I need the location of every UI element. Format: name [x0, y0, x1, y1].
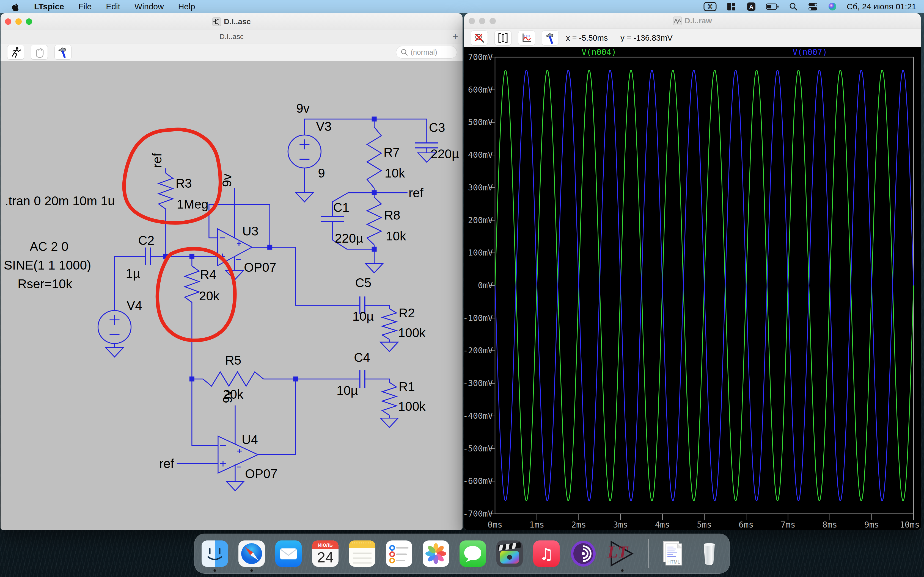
pan-button[interactable] — [31, 45, 48, 60]
dock-photos[interactable] — [423, 540, 449, 567]
label-c3[interactable]: C3 — [429, 120, 445, 135]
capacitor-c1[interactable] — [321, 217, 344, 222]
dock-reminders[interactable] — [386, 540, 412, 567]
label-v4[interactable]: V4 — [127, 298, 142, 313]
spotlight-icon[interactable] — [789, 2, 798, 11]
dock-tor-browser[interactable] — [570, 540, 596, 567]
value-v3[interactable]: 9 — [318, 166, 325, 180]
value-c4[interactable]: 10µ — [337, 383, 358, 398]
battery-icon[interactable] — [766, 3, 779, 10]
titlebar-left[interactable]: D.I..asc — [0, 13, 462, 30]
label-r7[interactable]: R7 — [384, 145, 400, 160]
capacitor-c4[interactable] — [360, 370, 365, 388]
apple-menu[interactable] — [11, 2, 20, 11]
net-label-9v-v3[interactable]: 9v — [296, 101, 310, 115]
svg-text:A: A — [749, 3, 753, 10]
value-r8[interactable]: 10k — [386, 229, 407, 243]
schematic-canvas[interactable]: .tran 0 20m 10m 1u AC 2 0 SINE(1 1 1000)… — [0, 61, 462, 530]
value-r4[interactable]: 20k — [199, 289, 220, 303]
source-param-sine[interactable]: SINE(1 1 1000) — [4, 258, 91, 272]
value-u4[interactable]: OP07 — [245, 467, 278, 481]
plot-settings-button[interactable] — [518, 31, 535, 45]
autorange-y-button[interactable] — [494, 31, 512, 45]
dock-music[interactable]: ♫ — [533, 540, 560, 567]
siri-icon[interactable] — [828, 2, 837, 11]
voltage-source-v4[interactable] — [98, 311, 131, 343]
resistor-r5[interactable] — [203, 372, 263, 386]
net-label-ref-mid[interactable]: ref — [409, 186, 423, 200]
svg-text:-700mV: -700mV — [464, 509, 493, 519]
menu-edit[interactable]: Edit — [106, 2, 120, 11]
resistor-r8[interactable] — [367, 197, 381, 245]
tools-button[interactable] — [55, 45, 71, 60]
dock-trash[interactable] — [696, 540, 722, 567]
label-r5[interactable]: R5 — [225, 353, 241, 367]
resistor-r4[interactable] — [185, 266, 199, 302]
menu-window[interactable]: Window — [134, 2, 164, 11]
value-u3[interactable]: OP07 — [244, 260, 276, 274]
dock-messages[interactable] — [460, 540, 486, 567]
dock-html-document[interactable]: HTML — [659, 540, 686, 567]
net-label-ref-r3[interactable]: ref — [150, 153, 164, 168]
label-u3[interactable]: U3 — [242, 224, 258, 238]
label-r8[interactable]: R8 — [384, 208, 401, 222]
value-r3[interactable]: 1Meg — [177, 197, 208, 211]
net-label-ref-u4[interactable]: ref — [159, 456, 174, 471]
capacitor-c2[interactable] — [146, 248, 151, 265]
label-c4[interactable]: C4 — [354, 350, 370, 364]
command-key-icon[interactable]: ⌘ — [703, 2, 717, 11]
source-param-ac[interactable]: AC 2 0 — [30, 239, 68, 254]
value-c2[interactable]: 1µ — [126, 266, 140, 280]
dock-ltspice[interactable]: LT — [607, 540, 638, 567]
value-r1[interactable]: 100k — [398, 399, 426, 414]
window-tiling-icon[interactable] — [727, 2, 737, 11]
run-button[interactable] — [7, 45, 24, 60]
control-panel-button[interactable] — [542, 31, 559, 45]
value-r2[interactable]: 100k — [398, 326, 426, 340]
label-v3[interactable]: V3 — [316, 119, 331, 134]
running-indicator — [214, 569, 216, 572]
menu-help[interactable]: Help — [178, 2, 195, 11]
dock-safari[interactable] — [238, 540, 265, 567]
legend-trace-2[interactable]: V(n007) — [793, 47, 827, 57]
new-tab-button[interactable]: + — [448, 30, 462, 43]
label-c2[interactable]: C2 — [138, 233, 155, 248]
label-r4[interactable]: R4 — [200, 268, 216, 282]
value-c3[interactable]: 220µ — [431, 147, 459, 161]
search-field[interactable]: (normal) — [396, 46, 457, 58]
control-center-icon[interactable] — [808, 2, 818, 11]
menu-app-name[interactable]: LTspice — [34, 2, 64, 11]
dock-finder[interactable] — [202, 540, 228, 567]
dock-mail[interactable] — [275, 540, 302, 567]
svg-text:4ms: 4ms — [655, 520, 670, 529]
value-c5[interactable]: 10µ — [352, 309, 374, 323]
label-r1[interactable]: R1 — [399, 379, 415, 394]
label-c1[interactable]: C1 — [333, 200, 349, 214]
titlebar-right[interactable]: D.I..raw — [464, 13, 921, 29]
value-c1[interactable]: 220µ — [335, 231, 363, 245]
menu-clock[interactable]: Сб, 24 июля 01:21 — [847, 2, 916, 11]
waveform-plot-area[interactable]: V(n004) V(n007) 700mV600mV500mV400mV300m… — [464, 47, 921, 530]
photos-icon — [423, 540, 449, 567]
source-param-rser[interactable]: Rser=10k — [18, 277, 72, 291]
label-r2[interactable]: R2 — [399, 306, 415, 320]
resistor-r3[interactable] — [159, 173, 173, 209]
input-source-icon[interactable]: A — [746, 2, 756, 11]
tab-schematic[interactable]: D.I..asc — [220, 32, 244, 41]
dock-final-cut-pro[interactable] — [496, 540, 523, 567]
spice-directive-tran[interactable]: .tran 0 20m 10m 1u — [5, 194, 115, 208]
label-c5[interactable]: C5 — [355, 276, 372, 290]
label-u4[interactable]: U4 — [242, 432, 258, 447]
value-r7[interactable]: 10k — [385, 166, 405, 180]
resistor-r7[interactable] — [367, 127, 381, 188]
zoom-extents-button[interactable] — [471, 31, 488, 45]
dock-notes[interactable] — [349, 540, 375, 567]
menu-file[interactable]: File — [78, 2, 92, 11]
resistor-r2[interactable] — [382, 309, 397, 339]
net-label-9v-u4[interactable]: 9v — [220, 390, 234, 403]
resistor-r1[interactable] — [382, 382, 397, 415]
dock-calendar[interactable]: ИЮЛЬ 24 — [312, 540, 339, 567]
voltage-source-v3[interactable] — [288, 135, 321, 168]
legend-trace-1[interactable]: V(n004) — [582, 47, 616, 57]
label-r3[interactable]: R3 — [176, 176, 192, 190]
